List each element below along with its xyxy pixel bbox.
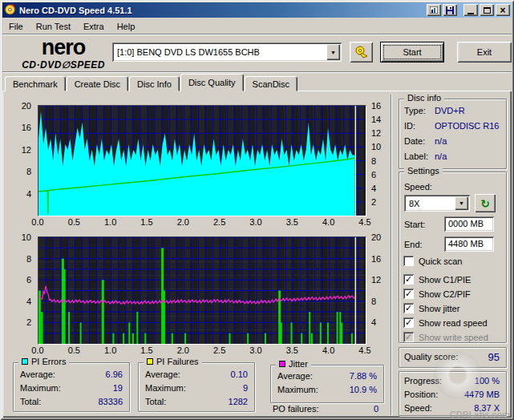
graph-view-button[interactable] [427, 4, 441, 16]
stat-label: Maximum: [277, 385, 318, 394]
nero-logo: nero CD·DVD∅SPEED [11, 37, 115, 70]
tab-disc-quality[interactable]: Disc Quality [180, 74, 244, 91]
pif-chart-x-axis: 0.00.51.01.52.02.53.03.54.04.5 [38, 345, 368, 356]
settings-title: Settings [404, 166, 443, 176]
save-button[interactable] [443, 4, 457, 16]
pi-failures-group-title: PI Failures [156, 357, 199, 366]
disc-id-value: OPTODISC R16 [435, 121, 500, 131]
title-bar[interactable]: Nero CD-DVD Speed 4.51.1 × [2, 2, 512, 18]
show-c1-pie-checkbox[interactable]: ✓Show C1/PIE [403, 274, 471, 285]
stat-label: Maximum: [145, 383, 186, 393]
checkbox-icon: ✓ [403, 274, 414, 285]
progress-value: 100 % [475, 376, 500, 386]
menu-file[interactable]: File [2, 20, 30, 33]
nero-logo-text: nero [11, 37, 115, 59]
settings-group: Settings Speed: 8X ▼ ↻ Start: 0000 MB En… [399, 172, 507, 343]
stat-value: 1282 [229, 397, 248, 406]
vertical-divider [391, 95, 392, 415]
stat-label: Maximum: [20, 383, 61, 393]
disc-info-title: Disc info [404, 93, 444, 103]
separator [2, 71, 512, 73]
checkbox-icon: ✓ [403, 303, 414, 313]
start-position-field[interactable]: 0000 MB [444, 216, 494, 232]
tab-strip: Benchmark Create Disc Disc Info Disc Qua… [5, 74, 298, 91]
refresh-icon: ↻ [480, 197, 490, 210]
disc-type-label: Type: [404, 106, 435, 115]
pie-chart-left-axis: 48121620 [12, 106, 34, 216]
speed-dropdown-button[interactable]: ▼ [455, 196, 468, 210]
end-position-label: End: [404, 240, 423, 249]
speed-label: Speed: [404, 182, 432, 192]
exit-button[interactable]: Exit [457, 42, 512, 63]
disc-label-value: n/a [435, 151, 447, 161]
close-icon: × [500, 6, 505, 14]
menu-run-test[interactable]: Run Test [30, 20, 77, 33]
cdvd-speed-logo-text: CD·DVD∅SPEED [11, 60, 115, 70]
stat-value: 19 [113, 383, 123, 393]
start-position-label: Start: [404, 220, 425, 229]
drive-options-button[interactable] [350, 42, 373, 63]
menu-bar: File Run Test Extra Help [2, 18, 512, 34]
start-button[interactable]: Start [380, 42, 444, 63]
app-window: Nero CD-DVD Speed 4.51.1 × File Run Test… [0, 0, 514, 420]
stat-value: 6.96 [106, 370, 123, 379]
drive-selector-value: [1:0] BENQ DVD LS DW1655 BCHB [112, 47, 325, 57]
show-jitter-checkbox[interactable]: ✓Show jitter [403, 303, 459, 313]
stat-label: Total: [145, 397, 166, 406]
quick-scan-checkbox[interactable]: Quick scan [403, 256, 462, 266]
checkbox-icon: ✓ [403, 289, 414, 299]
show-read-speed-checkbox[interactable]: ✓Show read speed [403, 317, 488, 328]
quality-score-group: Quality score: 95 [399, 347, 507, 368]
jitter-group-title: Jitter [289, 359, 308, 369]
po-failures-label: PO failures: [273, 404, 318, 414]
maximize-button[interactable] [480, 4, 494, 16]
tab-benchmark[interactable]: Benchmark [5, 76, 66, 91]
minimize-icon [467, 13, 474, 14]
tab-disc-info[interactable]: Disc Info [129, 76, 180, 91]
menu-help[interactable]: Help [111, 20, 142, 33]
stat-label: Average: [277, 371, 313, 381]
drive-dropdown-button[interactable]: ▼ [326, 44, 340, 60]
po-failures-value: 0 [374, 404, 378, 414]
tab-scandisc[interactable]: ScanDisc [245, 76, 297, 91]
progress-label: Progress: [404, 376, 442, 386]
pi-failures-legend-swatch [147, 358, 153, 365]
speed-result-label: Speed: [404, 403, 432, 413]
close-button[interactable]: × [496, 4, 510, 16]
disc-info-group: Disc info Type:DVD+R ID:OPTODISC R16 Dat… [399, 99, 507, 169]
position-label: Position: [404, 390, 438, 399]
po-failures-row: PO failures: 0 [273, 404, 378, 414]
watermark: CDRLabs.com [450, 410, 510, 419]
quality-score-label: Quality score: [404, 352, 458, 361]
tab-create-disc[interactable]: Create Disc [67, 76, 128, 91]
jitter-group: Jitter Average:7.88 % Maximum:10.9 % [270, 365, 384, 403]
position-value: 4479 MB [464, 390, 500, 399]
show-c2-pif-checkbox[interactable]: ✓Show C2/PIF [403, 289, 471, 299]
drive-selector[interactable]: [1:0] BENQ DVD LS DW1655 BCHB ▼ [112, 42, 342, 62]
pi-errors-group-title: PI Errors [31, 357, 66, 366]
stat-value: 9 [243, 383, 248, 393]
stat-label: Total: [20, 397, 41, 406]
bar-chart-icon [430, 6, 438, 14]
pie-chart-plot [38, 105, 366, 216]
pif-chart-left-axis: 246810 [12, 237, 34, 344]
disc-type-value: DVD+R [435, 106, 465, 115]
disc-id-label: ID: [404, 121, 435, 131]
checkbox-icon: ✓ [403, 332, 414, 342]
minimize-button[interactable] [463, 4, 478, 16]
menu-extra[interactable]: Extra [77, 20, 111, 33]
end-position-field[interactable]: 4480 MB [444, 236, 494, 252]
speed-select[interactable]: 8X ▼ [404, 195, 470, 212]
pif-chart-plot [38, 236, 366, 345]
stat-label: Average: [145, 370, 180, 379]
pi-errors-group: PI Errors Average:6.96 Maximum:19 Total:… [13, 362, 130, 412]
refresh-speeds-button[interactable]: ↻ [475, 194, 496, 212]
quality-score-value: 95 [488, 351, 500, 363]
hand-disc-icon [354, 46, 369, 59]
pie-chart-right-axis: 246810121416 [368, 106, 391, 216]
chevron-down-icon: ▼ [459, 200, 464, 206]
floppy-disk-icon [446, 6, 454, 14]
stat-value: 7.88 % [350, 371, 377, 381]
show-write-speed-checkbox: ✓Show write speed [403, 332, 488, 342]
stat-value: 10.9 % [350, 385, 377, 394]
